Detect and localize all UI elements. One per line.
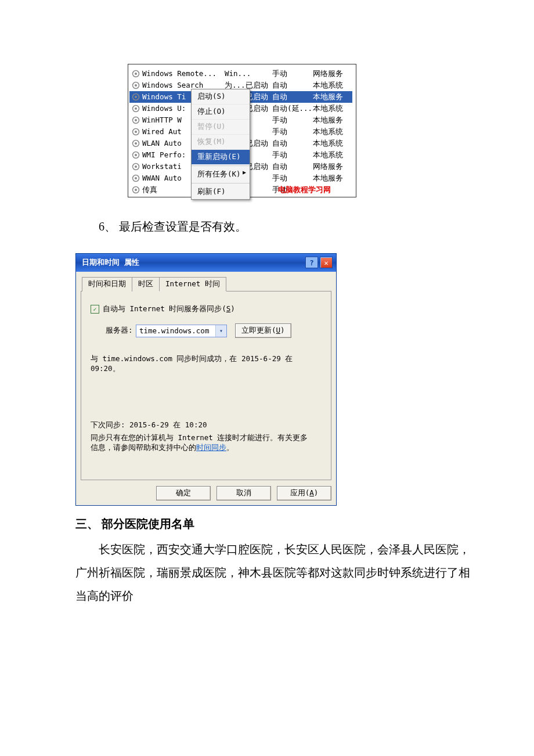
svg-point-13: [135, 142, 137, 145]
gear-icon: [132, 139, 140, 147]
step-6: 6、 最后检查设置是否有效。: [99, 215, 470, 238]
apply-button[interactable]: 应用(A): [277, 486, 331, 501]
svg-point-7: [135, 107, 137, 110]
update-now-button[interactable]: 立即更新(U): [235, 323, 291, 338]
ok-button[interactable]: 确定: [156, 486, 211, 501]
gear-icon: [132, 174, 140, 182]
gear-icon: [132, 70, 140, 78]
svg-point-1: [135, 73, 137, 75]
context-menu-item[interactable]: 所有任务(K)▶: [192, 165, 250, 182]
svg-point-5: [135, 96, 137, 98]
server-value: time.windows.com: [136, 326, 215, 335]
gear-icon: [132, 116, 140, 124]
server-label: 服务器:: [106, 326, 136, 336]
context-menu-item: 暂停(U): [192, 119, 250, 134]
paragraph: 长安医院，西安交通大学口腔医院，长安区人民医院，会泽县人民医院，广州祈福医院，瑞…: [75, 538, 470, 607]
services-list-screenshot: Windows Remote...Win...手动网络服务Windows Sea…: [128, 64, 356, 197]
dialog-titlebar: 日期和时间 属性 ? ✕: [76, 254, 336, 272]
tab-bar: 时间和日期 时区 Internet 时间: [81, 276, 331, 291]
date-time-dialog: 日期和时间 属性 ? ✕ 时间和日期 时区 Internet 时间 ✓ 自动与 …: [75, 253, 337, 506]
gear-icon: [132, 93, 140, 101]
server-dropdown[interactable]: time.windows.com ▾: [136, 325, 227, 337]
time-sync-link[interactable]: 时间同步: [196, 443, 226, 452]
dialog-title-text: 日期和时间 属性: [82, 258, 139, 268]
svg-point-9: [135, 119, 137, 121]
svg-point-15: [135, 154, 137, 156]
svg-point-3: [135, 84, 137, 87]
dialog-button-row: 确定 取消 应用(A): [81, 486, 331, 501]
chevron-down-icon[interactable]: ▾: [215, 325, 226, 337]
next-sync: 下次同步: 2015-6-29 在 10:20: [91, 420, 322, 430]
gear-icon: [132, 105, 140, 113]
sync-status: 与 time.windows.com 同步时间成功，在 2015-6-29 在 …: [91, 354, 322, 374]
context-menu-item: 恢复(M): [192, 134, 250, 149]
svg-point-17: [135, 165, 137, 168]
auto-sync-label: 自动与 Internet 时间服务器同步(S): [103, 304, 235, 314]
submenu-arrow-icon: ▶: [243, 169, 246, 175]
svg-point-11: [135, 131, 137, 133]
context-menu-item[interactable]: 停止(O): [192, 104, 250, 119]
gear-icon: [132, 81, 140, 89]
context-menu: 启动(S)停止(O)暂停(U)恢复(M)重新启动(E)所有任务(K)▶刷新(F): [191, 89, 250, 200]
tab-internet-time[interactable]: Internet 时间: [159, 277, 226, 291]
auto-sync-checkbox[interactable]: ✓: [91, 305, 99, 314]
context-menu-item[interactable]: 启动(S): [192, 89, 250, 104]
service-row[interactable]: Windows Remote...Win...手动网络服务: [129, 68, 352, 80]
svg-point-21: [135, 189, 137, 191]
cancel-button[interactable]: 取消: [217, 486, 271, 501]
tab-timezone[interactable]: 时区: [132, 277, 160, 291]
gear-icon: [132, 163, 140, 171]
gear-icon: [132, 151, 140, 159]
context-menu-item[interactable]: 刷新(F): [192, 183, 250, 199]
tab-date-time[interactable]: 时间和日期: [82, 277, 132, 291]
help-button[interactable]: ?: [305, 257, 318, 268]
sync-note: 同步只有在您的计算机与 Internet 连接时才能进行。有关更多信息，请参阅帮…: [91, 433, 311, 452]
gear-icon: [132, 186, 140, 194]
close-button[interactable]: ✕: [320, 257, 333, 268]
watermark: 电脑教程学习网: [278, 185, 331, 194]
gear-icon: [132, 128, 140, 136]
section-heading: 三、 部分医院使用名单: [75, 516, 470, 532]
svg-point-19: [135, 177, 137, 179]
context-menu-item[interactable]: 重新启动(E): [192, 149, 250, 164]
